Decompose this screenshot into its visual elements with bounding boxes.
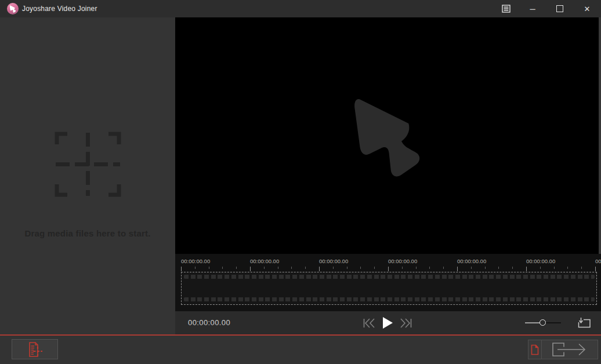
ruler-timestamp: 00:00:00.00 [250, 258, 279, 264]
watermark-logo-icon [354, 97, 421, 180]
loop-playback-icon[interactable] [575, 316, 592, 329]
media-drop-zone[interactable]: Drag media files here to start. [0, 17, 175, 334]
drop-hint-text: Drag media files here to start. [0, 228, 175, 238]
video-preview [175, 17, 601, 254]
current-time: 00:00:00.00 [188, 311, 230, 334]
output-format-button[interactable] [528, 340, 542, 359]
maximize-icon [556, 5, 563, 12]
bottom-toolbar [0, 336, 601, 364]
ruler-timestamp: 00:00:00.00 [526, 258, 555, 264]
ruler-timestamp: 00:00:00.00 [388, 258, 417, 264]
slider-thumb[interactable] [540, 319, 546, 326]
film-sprockets [184, 275, 595, 279]
transport-bar: 00:00:00.00 [175, 311, 601, 334]
app-logo-icon [7, 3, 19, 14]
skip-to-start-icon[interactable] [363, 318, 375, 328]
add-media-list-icon [26, 341, 44, 358]
ruler-major-ticks [181, 267, 601, 271]
ruler-timestamp: 00:00:00.00 [595, 258, 601, 264]
menu-icon[interactable] [494, 0, 517, 17]
minimize-button[interactable]: ─ [521, 0, 544, 17]
titlebar: Joyoshare Video Joiner ─ ✕ [0, 0, 601, 17]
play-icon[interactable] [382, 316, 393, 329]
app-title: Joyoshare Video Joiner [22, 0, 97, 17]
clip-track[interactable] [181, 272, 597, 305]
app-window: Joyoshare Video Joiner ─ ✕ [0, 0, 601, 364]
ruler-timestamp: 00:00:00.00 [457, 258, 486, 264]
preview-zoom-slider[interactable] [525, 318, 561, 327]
film-sprockets [184, 297, 595, 301]
timeline: 00:00:00.00 00:00:00.00 00:00:00.00 00:0… [175, 254, 601, 311]
maximize-button[interactable] [548, 0, 571, 17]
export-button[interactable] [542, 340, 598, 359]
output-format-file-icon [531, 344, 539, 355]
export-arrow-icon [552, 342, 588, 357]
drop-target-icon [55, 132, 121, 199]
ruler-timestamp: 00:00:00.00 [319, 258, 348, 264]
ruler-timestamp: 00:00:00.00 [181, 258, 210, 264]
skip-to-end-icon[interactable] [400, 318, 412, 328]
add-media-button[interactable] [12, 339, 58, 359]
close-button[interactable]: ✕ [575, 0, 599, 17]
